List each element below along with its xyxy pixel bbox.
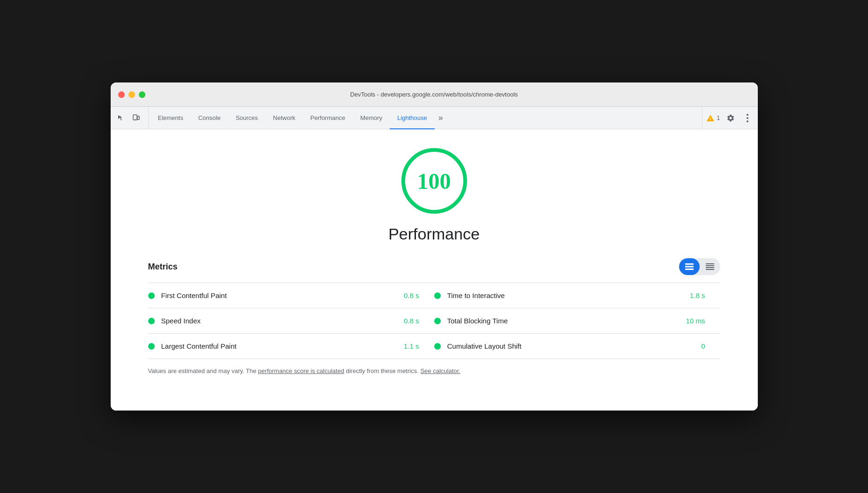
window-title: DevTools - developers.google.com/web/too… (350, 91, 518, 98)
metric-value-fcp: 0.8 s (404, 291, 419, 299)
gear-icon (726, 114, 735, 122)
metric-row-fcp: First Contentful Paint 0.8 s (148, 283, 434, 308)
metrics-header: Metrics (148, 258, 720, 275)
more-options-button[interactable] (741, 112, 754, 125)
metric-value-si: 0.8 s (404, 317, 419, 325)
svg-point-2 (135, 119, 136, 120)
metric-row-tbt: Total Blocking Time 10 ms (434, 308, 720, 334)
metric-name-tti: Time to Interactive (447, 291, 690, 299)
more-options-icon (747, 114, 748, 122)
metric-value-tbt: 10 ms (686, 317, 705, 325)
device-icon (132, 114, 140, 122)
tab-sources[interactable]: Sources (228, 107, 265, 129)
svg-rect-12 (706, 265, 714, 266)
tab-network[interactable]: Network (265, 107, 303, 129)
grid-view-button[interactable] (679, 258, 700, 275)
more-tabs-button[interactable]: » (435, 107, 447, 129)
metric-dot-tbt (434, 318, 441, 324)
toolbar-left (114, 107, 149, 129)
metric-row-si: Speed Index 0.8 s (148, 308, 434, 334)
metric-value-lcp: 1.1 s (404, 342, 419, 350)
tab-elements[interactable]: Elements (151, 107, 191, 129)
score-section: 100 Performance (148, 148, 720, 243)
list-view-icon (706, 263, 714, 270)
performance-score-link[interactable]: performance score is calculated (258, 367, 344, 374)
svg-rect-13 (706, 267, 714, 268)
metrics-section: Metrics (148, 258, 720, 376)
metrics-note: Values are estimated and may vary. The p… (148, 366, 720, 376)
tab-lighthouse[interactable]: Lighthouse (390, 107, 435, 129)
title-bar: DevTools - developers.google.com/web/too… (111, 82, 758, 107)
metric-name-lcp: Largest Contentful Paint (161, 342, 404, 350)
score-value: 100 (417, 168, 451, 194)
maximize-button[interactable] (139, 91, 145, 98)
metric-dot-si (148, 318, 155, 324)
metric-dot-tti (434, 292, 441, 299)
score-circle: 100 (401, 148, 467, 214)
view-toggle (679, 258, 720, 275)
metric-dot-cls (434, 343, 441, 350)
svg-point-6 (747, 117, 748, 119)
tabs: Elements Console Sources Network Perform… (151, 107, 702, 129)
svg-text:!: ! (710, 117, 711, 121)
metrics-title: Metrics (148, 262, 178, 272)
metric-name-tbt: Total Blocking Time (447, 317, 686, 325)
grid-view-icon (685, 263, 694, 270)
inspect-icon (117, 114, 125, 122)
tab-performance[interactable]: Performance (303, 107, 353, 129)
score-label: Performance (388, 225, 480, 243)
settings-button[interactable] (724, 112, 737, 125)
devtools-window: DevTools - developers.google.com/web/too… (111, 82, 758, 411)
svg-rect-1 (137, 116, 139, 120)
minimize-button[interactable] (128, 91, 135, 98)
tab-memory[interactable]: Memory (353, 107, 390, 129)
close-button[interactable] (118, 91, 125, 98)
metric-name-fcp: First Contentful Paint (161, 291, 404, 299)
metric-value-tti: 1.8 s (690, 291, 705, 299)
traffic-lights (118, 91, 145, 98)
tab-console[interactable]: Console (191, 107, 228, 129)
metric-row-lcp: Largest Contentful Paint 1.1 s (148, 334, 434, 359)
warning-badge[interactable]: ! 1 (706, 114, 720, 122)
metric-name-cls: Cumulative Layout Shift (447, 342, 702, 350)
device-toolbar-button[interactable] (129, 112, 143, 125)
svg-rect-10 (685, 269, 694, 270)
list-view-button[interactable] (700, 258, 720, 275)
svg-point-7 (747, 120, 748, 122)
metric-name-si: Speed Index (161, 317, 404, 325)
metric-dot-lcp (148, 343, 155, 350)
svg-rect-8 (685, 263, 694, 265)
svg-point-5 (747, 114, 748, 116)
svg-rect-14 (706, 269, 714, 270)
main-content: 100 Performance Metrics (111, 129, 758, 411)
metric-dot-fcp (148, 292, 155, 299)
toolbar-right: ! 1 (702, 107, 754, 129)
metrics-grid: First Contentful Paint 0.8 s Time to Int… (148, 283, 720, 359)
metric-row-tti: Time to Interactive 1.8 s (434, 283, 720, 308)
metric-value-cls: 0 (701, 342, 705, 350)
devtools-toolbar: Elements Console Sources Network Perform… (111, 107, 758, 129)
svg-rect-9 (685, 266, 694, 268)
inspect-element-button[interactable] (114, 112, 128, 125)
calculator-link[interactable]: See calculator. (420, 367, 460, 374)
metric-row-cls: Cumulative Layout Shift 0 (434, 334, 720, 359)
warning-icon: ! (706, 114, 715, 122)
svg-rect-11 (706, 263, 714, 264)
